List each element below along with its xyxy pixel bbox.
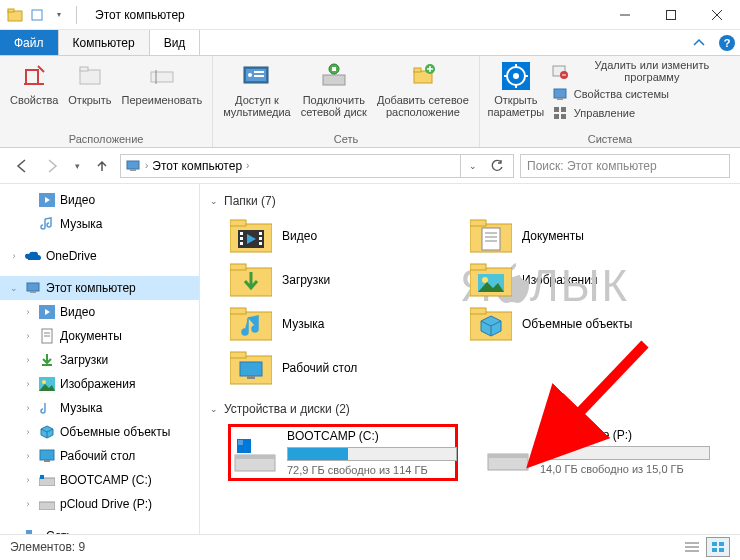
tree-item-videos-2[interactable]: ›Видео — [0, 300, 199, 324]
properties-button[interactable]: Свойства — [6, 58, 62, 108]
window-controls — [602, 0, 740, 30]
svg-rect-91 — [240, 362, 262, 376]
tab-view[interactable]: Вид — [150, 30, 201, 55]
search-input[interactable]: Поиск: Этот компьютер — [520, 154, 730, 178]
rename-label: Переименовать — [122, 94, 203, 106]
tab-computer[interactable]: Компьютер — [59, 30, 150, 55]
tree-item-bootcamp[interactable]: ›BOOTCAMP (C:) — [0, 468, 199, 492]
group-header-drives[interactable]: ⌄Устройства и диски (2) — [210, 402, 730, 416]
media-label: Доступ к мультимедиа — [223, 94, 291, 118]
folder-music[interactable]: Музыка — [228, 304, 458, 344]
svg-rect-75 — [482, 228, 500, 250]
qat-dropdown-icon[interactable]: ▾ — [50, 6, 68, 24]
system-properties-button[interactable]: Свойства системы — [548, 85, 734, 103]
tree-item-videos[interactable]: Видео — [0, 188, 199, 212]
forward-button[interactable] — [40, 154, 64, 178]
folder-documents[interactable]: Документы — [468, 216, 698, 256]
drive-bootcamp[interactable]: BOOTCAMP (C:) 72,9 ГБ свободно из 114 ГБ — [228, 424, 458, 481]
svg-rect-88 — [470, 308, 486, 314]
recent-dropdown[interactable]: ▾ — [70, 154, 84, 178]
chevron-right-icon: › — [246, 160, 249, 171]
map-drive-icon — [318, 60, 350, 92]
close-button[interactable] — [694, 0, 740, 30]
tree-item-3d-objects[interactable]: ›Объемные объекты — [0, 420, 199, 444]
drive-pcloud[interactable]: pCloud Drive (P:) 14,0 ГБ свободно из 15… — [482, 424, 712, 481]
drive-free-text: 14,0 ГБ свободно из 15,0 ГБ — [540, 463, 710, 475]
breadcrumb-label: Этот компьютер — [152, 159, 242, 173]
svg-rect-57 — [40, 475, 44, 479]
folder-downloads[interactable]: Загрузки — [228, 260, 458, 300]
tree-item-pcloud[interactable]: ›pCloud Drive (P:) — [0, 492, 199, 516]
svg-rect-56 — [39, 478, 55, 486]
svg-rect-104 — [712, 548, 717, 552]
tree-item-this-pc[interactable]: ⌄Этот компьютер — [0, 276, 199, 300]
tree-item-network[interactable]: ›Сеть — [0, 524, 199, 534]
folder-3d-objects[interactable]: Объемные объекты — [468, 304, 698, 344]
minimize-button[interactable] — [602, 0, 648, 30]
map-drive-label: Подключить сетевой диск — [301, 94, 367, 118]
svg-rect-9 — [151, 72, 173, 82]
back-button[interactable] — [10, 154, 34, 178]
view-details-button[interactable] — [680, 537, 704, 557]
tree-item-desktop[interactable]: ›Рабочий стол — [0, 444, 199, 468]
chevron-right-icon: › — [145, 160, 148, 171]
drive-icon — [233, 429, 277, 473]
svg-rect-59 — [26, 530, 32, 534]
add-network-label: Добавить сетевое расположение — [377, 94, 469, 118]
tree-item-onedrive[interactable]: ›OneDrive — [0, 244, 199, 268]
tab-file[interactable]: Файл — [0, 30, 59, 55]
svg-rect-74 — [470, 220, 486, 226]
svg-rect-45 — [30, 291, 36, 293]
svg-rect-4 — [667, 10, 676, 19]
help-button[interactable]: ? — [714, 30, 740, 55]
refresh-button[interactable] — [485, 155, 509, 177]
group-header-folders[interactable]: ⌄Папки (7) — [210, 194, 730, 208]
svg-rect-85 — [230, 312, 272, 340]
svg-rect-7 — [80, 70, 100, 84]
drive-icon — [486, 428, 530, 472]
up-button[interactable] — [90, 154, 114, 178]
window-title: Этот компьютер — [87, 8, 602, 22]
tree-item-downloads[interactable]: ›Загрузки — [0, 348, 199, 372]
manage-button[interactable]: Управление — [548, 104, 734, 122]
svg-rect-58 — [39, 502, 55, 510]
item-count: Элементов: 9 — [10, 540, 85, 554]
content-pane[interactable]: ЯЛЫК ⌄Папки (7) Видео Документы Загрузки… — [200, 184, 740, 534]
svg-rect-86 — [230, 308, 246, 314]
drive-usage-bar — [540, 446, 710, 460]
rename-button[interactable]: Переименовать — [118, 58, 207, 108]
quick-access-toolbar: ▾ — [0, 6, 87, 24]
svg-rect-82 — [470, 264, 486, 270]
tree-item-music-2[interactable]: ›Музыка — [0, 396, 199, 420]
folder-desktop[interactable]: Рабочий стол — [228, 348, 458, 388]
tree-item-music[interactable]: Музыка — [0, 212, 199, 236]
media-access-button[interactable]: Доступ к мультимедиа — [219, 58, 295, 120]
view-tiles-button[interactable] — [706, 537, 730, 557]
address-dropdown[interactable]: ⌄ — [461, 155, 485, 177]
status-bar: Элементов: 9 — [0, 534, 740, 558]
media-icon — [241, 60, 273, 92]
svg-rect-80 — [230, 264, 246, 270]
folder-videos[interactable]: Видео — [228, 216, 458, 256]
maximize-button[interactable] — [648, 0, 694, 30]
breadcrumb-root[interactable]: › Этот компьютер › — [125, 158, 249, 174]
drive-name: pCloud Drive (P:) — [540, 428, 710, 442]
svg-rect-35 — [557, 98, 563, 100]
svg-rect-102 — [712, 542, 717, 546]
search-placeholder: Поиск: Этот компьютер — [527, 159, 657, 173]
add-network-button[interactable]: Добавить сетевое расположение — [373, 58, 473, 120]
svg-rect-94 — [235, 455, 275, 459]
svg-point-13 — [248, 73, 252, 77]
open-settings-button[interactable]: Открыть параметры — [486, 58, 546, 120]
uninstall-label: Удалить или изменить программу — [574, 59, 730, 83]
address-bar[interactable]: › Этот компьютер › ⌄ — [120, 154, 514, 178]
qat-item[interactable] — [28, 6, 46, 24]
uninstall-button[interactable]: Удалить или изменить программу — [548, 58, 734, 84]
svg-rect-54 — [40, 450, 54, 460]
tree-item-documents[interactable]: ›Документы — [0, 324, 199, 348]
tree-item-pictures[interactable]: ›Изображения — [0, 372, 199, 396]
map-drive-button[interactable]: Подключить сетевой диск — [297, 58, 371, 120]
folder-pictures[interactable]: Изображения — [468, 260, 698, 300]
open-button[interactable]: Открыть — [64, 58, 115, 108]
ribbon-collapse-button[interactable] — [684, 30, 714, 55]
